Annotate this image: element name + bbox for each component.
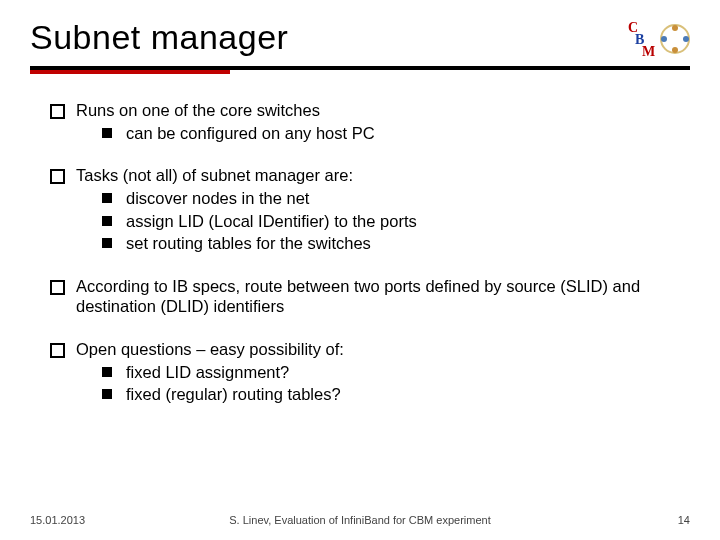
sub-bullet-text: can be configured on any host PC (126, 124, 375, 142)
footer-center: S. Linev, Evaluation of InfiniBand for C… (229, 514, 491, 526)
content-area: Runs on one of the core switches can be … (30, 100, 690, 405)
sub-bullet-item: assign LID (Local IDentifier) to the por… (102, 211, 690, 232)
bullet-text: Open questions – easy possibility of: (76, 340, 344, 358)
bullet-item: Tasks (not all) of subnet manager are: d… (50, 165, 690, 254)
sub-bullet-list: discover nodes in the net assign LID (Lo… (102, 188, 690, 254)
sub-bullet-item: discover nodes in the net (102, 188, 690, 209)
logo-ring-icon (660, 24, 690, 54)
sub-bullet-list: can be configured on any host PC (102, 123, 690, 144)
sub-bullet-item: fixed (regular) routing tables? (102, 384, 690, 405)
slide-title: Subnet manager (30, 18, 288, 57)
sub-bullet-item: can be configured on any host PC (102, 123, 690, 144)
slide: Subnet manager C B M Runs on one of the … (0, 0, 720, 540)
sub-bullet-item: fixed LID assignment? (102, 362, 690, 383)
footer-date: 15.01.2013 (30, 514, 85, 526)
bullet-item: Open questions – easy possibility of: fi… (50, 339, 690, 405)
bullet-text: Tasks (not all) of subnet manager are: (76, 166, 353, 184)
sub-bullet-text: set routing tables for the switches (126, 234, 371, 252)
title-underline (30, 66, 690, 70)
sub-bullet-text: fixed (regular) routing tables? (126, 385, 341, 403)
bullet-text: According to IB specs, route between two… (76, 277, 640, 316)
cbm-logo: C B M (628, 22, 690, 58)
sub-bullet-list: fixed LID assignment? fixed (regular) ro… (102, 362, 690, 405)
title-row: Subnet manager C B M (30, 18, 690, 58)
sub-bullet-text: assign LID (Local IDentifier) to the por… (126, 212, 417, 230)
sub-bullet-item: set routing tables for the switches (102, 233, 690, 254)
footer-page-number: 14 (678, 514, 690, 526)
logo-text: C B M (628, 22, 655, 58)
bullet-list: Runs on one of the core switches can be … (50, 100, 690, 405)
bullet-item: According to IB specs, route between two… (50, 276, 690, 317)
logo-letter-m: M (642, 44, 655, 59)
bullet-text: Runs on one of the core switches (76, 101, 320, 119)
footer: 15.01.2013 S. Linev, Evaluation of Infin… (0, 514, 720, 526)
bullet-item: Runs on one of the core switches can be … (50, 100, 690, 143)
sub-bullet-text: fixed LID assignment? (126, 363, 289, 381)
sub-bullet-text: discover nodes in the net (126, 189, 309, 207)
